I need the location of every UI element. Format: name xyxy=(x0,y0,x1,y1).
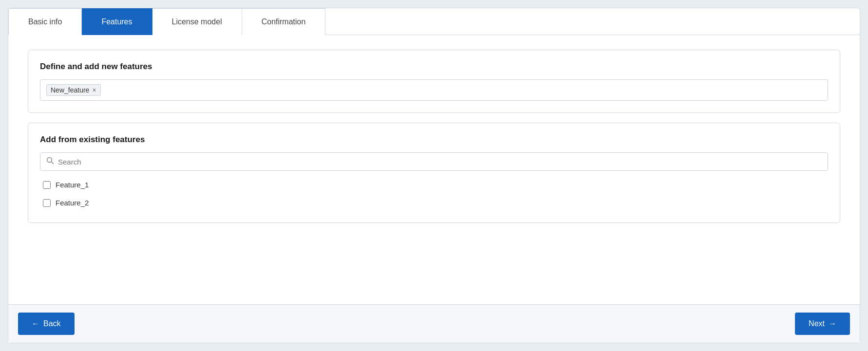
feature-checkbox-list: Feature_1 Feature_2 xyxy=(40,177,828,211)
tag-new-feature: New_feature × xyxy=(46,84,101,96)
search-input[interactable] xyxy=(58,158,822,166)
existing-features-card: Add from existing features Feature_1 xyxy=(28,123,840,223)
next-label: Next xyxy=(809,319,825,328)
search-icon xyxy=(46,157,54,166)
tab-bar: Basic info Features License model Confir… xyxy=(8,8,860,35)
feature-2-item[interactable]: Feature_2 xyxy=(40,195,828,211)
tag-input-area[interactable]: New_feature × xyxy=(40,79,828,101)
content-area: Define and add new features New_feature … xyxy=(8,35,860,304)
footer: ← Back Next → xyxy=(8,304,860,343)
define-features-title: Define and add new features xyxy=(40,62,828,72)
define-features-card: Define and add new features New_feature … xyxy=(28,50,840,113)
tab-confirmation[interactable]: Confirmation xyxy=(242,8,326,35)
back-arrow-icon: ← xyxy=(32,319,39,328)
feature-2-label: Feature_2 xyxy=(56,199,89,207)
tab-license-model[interactable]: License model xyxy=(152,8,242,35)
feature-1-item[interactable]: Feature_1 xyxy=(40,177,828,193)
tag-close-button[interactable]: × xyxy=(92,87,96,93)
feature-1-checkbox[interactable] xyxy=(43,181,51,189)
tag-label: New_feature xyxy=(51,86,89,94)
svg-line-1 xyxy=(52,162,54,164)
feature-1-label: Feature_1 xyxy=(56,181,89,189)
tab-features[interactable]: Features xyxy=(82,8,152,35)
next-arrow-icon: → xyxy=(829,319,836,328)
feature-2-checkbox[interactable] xyxy=(43,199,51,207)
tab-basic-info[interactable]: Basic info xyxy=(8,8,82,35)
back-label: Back xyxy=(43,319,61,328)
main-container: Basic info Features License model Confir… xyxy=(8,8,860,343)
next-button[interactable]: Next → xyxy=(795,313,850,335)
back-button[interactable]: ← Back xyxy=(18,313,75,335)
search-container xyxy=(40,152,828,171)
existing-features-title: Add from existing features xyxy=(40,135,828,145)
